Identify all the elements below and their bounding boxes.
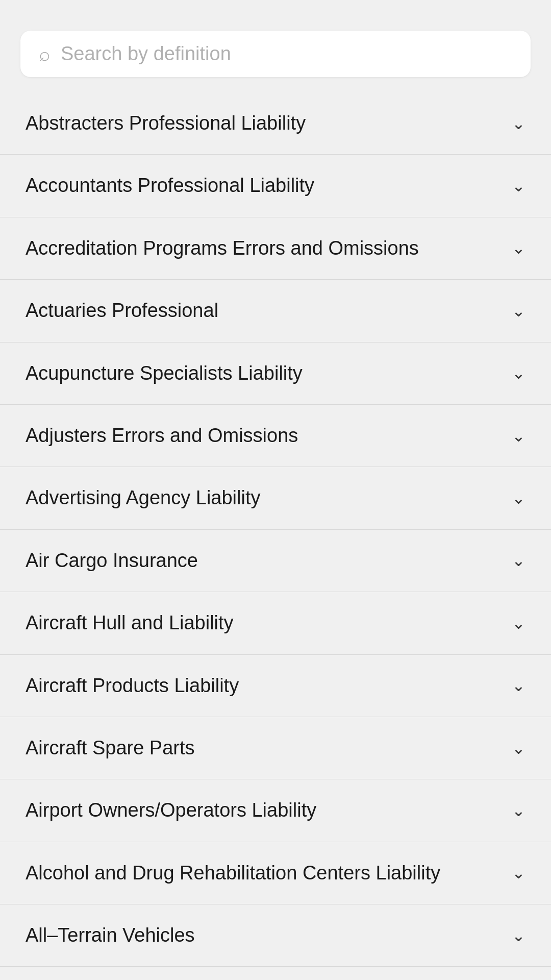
list-item-label: Acupuncture Specialists Liability	[26, 361, 502, 386]
list-item-label: Airport Owners/Operators Liability	[26, 798, 502, 823]
definitions-list: Abstracters Professional Liability⌄Accou…	[0, 92, 551, 980]
list-item[interactable]: Advertising Agency Liability⌄	[0, 467, 551, 529]
list-item-label: Actuaries Professional	[26, 298, 502, 323]
chevron-down-icon: ⌄	[512, 426, 525, 446]
list-item[interactable]: Alcohol and Drug Rehabilitation Centers …	[0, 842, 551, 904]
list-item[interactable]: Abstracters Professional Liability⌄	[0, 92, 551, 155]
list-item-label: Alcohol and Drug Rehabilitation Centers …	[26, 861, 502, 886]
chevron-down-icon: ⌄	[512, 676, 525, 695]
list-item[interactable]: Aircraft Products Liability⌄	[0, 655, 551, 717]
list-item[interactable]: Aircraft Spare Parts⌄	[0, 717, 551, 779]
chevron-down-icon: ⌄	[512, 926, 525, 945]
list-item[interactable]: Accreditation Programs Errors and Omissi…	[0, 217, 551, 280]
list-item-label: Adjusters Errors and Omissions	[26, 423, 502, 448]
search-placeholder: Search by definition	[61, 43, 231, 65]
chevron-down-icon: ⌄	[512, 739, 525, 758]
list-item-label: Aircraft Products Liability	[26, 673, 502, 698]
list-item[interactable]: Accountants Professional Liability⌄	[0, 155, 551, 217]
list-item[interactable]: Airport Owners/Operators Liability⌄	[0, 779, 551, 842]
list-item-label: Air Cargo Insurance	[26, 548, 502, 573]
list-item[interactable]: Aircraft Hull and Liability⌄	[0, 592, 551, 654]
chevron-down-icon: ⌄	[512, 551, 525, 570]
chevron-down-icon: ⌄	[512, 114, 525, 133]
list-item-label: Accreditation Programs Errors and Omissi…	[26, 236, 502, 261]
list-item[interactable]: Acupuncture Specialists Liability⌄	[0, 342, 551, 405]
list-item-label: Abstracters Professional Liability	[26, 111, 502, 136]
list-item-label: Aircraft Spare Parts	[26, 736, 502, 761]
search-bar[interactable]: ⌕ Search by definition	[20, 31, 531, 77]
list-item-label: Accountants Professional Liability	[26, 173, 502, 198]
list-item[interactable]: All–Terrain Vehicles⌄	[0, 904, 551, 967]
list-item-label: Advertising Agency Liability	[26, 485, 502, 510]
list-item[interactable]: Actuaries Professional⌄	[0, 280, 551, 342]
chevron-down-icon: ⌄	[512, 363, 525, 383]
list-item[interactable]: Adjusters Errors and Omissions⌄	[0, 405, 551, 467]
list-item-label: All–Terrain Vehicles	[26, 923, 502, 948]
chevron-down-icon: ⌄	[512, 488, 525, 508]
list-item-label: Aircraft Hull and Liability	[26, 610, 502, 635]
chevron-down-icon: ⌄	[512, 801, 525, 820]
chevron-down-icon: ⌄	[512, 614, 525, 633]
chevron-down-icon: ⌄	[512, 863, 525, 883]
search-bar-container: ⌕ Search by definition	[0, 20, 551, 92]
chevron-down-icon: ⌄	[512, 238, 525, 258]
list-item[interactable]: Air Cargo Insurance⌄	[0, 530, 551, 592]
chevron-down-icon: ⌄	[512, 176, 525, 195]
list-item[interactable]: Alternative Energy Plants⌄	[0, 967, 551, 980]
search-icon: ⌕	[39, 44, 51, 64]
chevron-down-icon: ⌄	[512, 301, 525, 321]
